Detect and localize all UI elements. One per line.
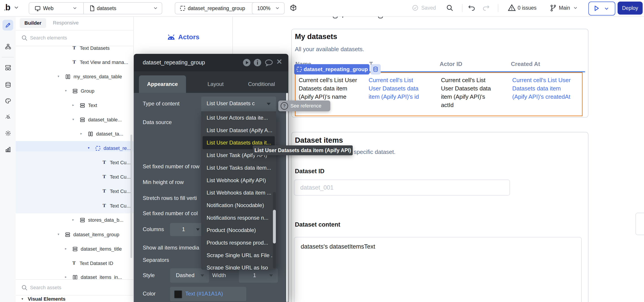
dropdown-option[interactable]: Notification (Nocodable) — [201, 199, 276, 211]
dropdown-option[interactable]: Notifications response n... — [201, 212, 276, 224]
visual-elements-section[interactable]: ▾ Visual Elements — [16, 295, 133, 302]
comment-icon[interactable] — [265, 59, 273, 67]
chart-icon[interactable] — [5, 146, 11, 153]
dataset-id-input[interactable] — [294, 180, 510, 196]
panel-scrollbar[interactable] — [286, 93, 288, 302]
issues-count[interactable]: 0 issues — [518, 5, 536, 11]
tab-responsive[interactable]: Responsive — [53, 20, 79, 26]
search-elements-input[interactable] — [30, 33, 127, 43]
chevron-right-icon[interactable]: ▸ — [72, 218, 74, 222]
redo-icon[interactable] — [482, 4, 490, 12]
monitor-icon — [34, 6, 41, 12]
styles-palette-icon[interactable] — [5, 98, 11, 104]
chevron-right-icon[interactable]: ▸ — [65, 247, 67, 251]
chevron-down-icon[interactable] — [14, 6, 18, 9]
tree-item[interactable]: T Text View and mana... — [16, 58, 133, 68]
page-name[interactable]: datasets — [97, 6, 116, 12]
tree-item[interactable]: ▾ dataset_items_group — [16, 230, 133, 240]
tree-item-selected[interactable]: ▾ dataset_re... — [16, 143, 133, 154]
property-editor-header[interactable]: dataset_repeating_group ✕ — [134, 54, 288, 71]
tree-item[interactable]: ▾ dataset_table... — [16, 115, 133, 125]
min-height-label: Min height of row — [143, 179, 201, 185]
dropdown-option[interactable]: Products response prod... — [201, 237, 276, 249]
cell-name-binding[interactable]: Current cell's List User Datasets data i… — [299, 76, 360, 101]
see-reference-button[interactable]: ? See reference — [278, 100, 330, 111]
chevron-right-icon[interactable]: ▸ — [80, 131, 82, 135]
search-assets-input[interactable] — [30, 283, 127, 292]
tree-item[interactable]: T Text Cu... — [16, 158, 133, 168]
data-source-badge[interactable] — [370, 64, 381, 74]
dropdown-option[interactable]: Product (Nocodable) — [201, 224, 276, 236]
tree-item[interactable]: T Text Datasets — [16, 46, 133, 53]
tab-appearance[interactable]: Appearance — [139, 75, 186, 93]
chevron-down-icon[interactable]: ▾ — [88, 146, 90, 150]
close-icon[interactable]: ✕ — [276, 57, 282, 66]
tree-item[interactable]: T Text Cu... — [16, 201, 133, 211]
dropdown-scrollbar-thumb[interactable] — [273, 210, 276, 243]
tree-item[interactable]: ▾ my_stores_data_table — [16, 72, 133, 82]
bubble-logo[interactable]: .b — [4, 3, 10, 12]
dropdown-option[interactable]: List Webhooks data item ... — [201, 187, 276, 199]
cell-createdat-binding[interactable]: Current cell's List User Datasets data i… — [512, 76, 574, 101]
tab-layout[interactable]: Layout — [196, 75, 234, 93]
separator-color-field[interactable]: Text (#1A1A1A) — [170, 287, 246, 301]
chevron-down-icon[interactable]: ▾ — [58, 74, 60, 78]
cell-id-binding[interactable]: Current cell's List User Datasets data i… — [368, 76, 425, 101]
settings-gear-icon[interactable] — [5, 130, 11, 136]
color-swatch[interactable] — [174, 290, 182, 298]
database-icon[interactable] — [5, 82, 11, 88]
branch-name[interactable]: Main — [559, 5, 570, 11]
play-icon[interactable] — [243, 59, 251, 67]
cell-actid-binding[interactable]: Current cell's List User Datasets data i… — [441, 76, 497, 109]
undo-icon[interactable] — [468, 4, 476, 12]
package-icon[interactable] — [290, 4, 297, 12]
tree-item[interactable]: ▸ dataset_items_title — [16, 244, 133, 254]
nav-actors[interactable]: Actors — [178, 33, 200, 41]
workflow-blocks-icon[interactable] — [5, 65, 11, 71]
tree-item[interactable]: ▸ dataset_ta... — [16, 129, 133, 139]
columns-input[interactable]: 1 — [170, 223, 204, 236]
tab-conditional[interactable]: Conditional — [239, 75, 284, 93]
tree-item[interactable]: T Text Cu... — [16, 187, 133, 197]
chevron-down-icon[interactable] — [154, 7, 157, 10]
tree-item[interactable]: T Text Cu... — [16, 172, 133, 182]
dropdown-option[interactable]: Scrape Single URL as Iso — [201, 262, 276, 270]
chevron-down-icon[interactable]: ▾ — [65, 89, 67, 93]
type-of-content-select[interactable]: List User Datasets c — [201, 96, 276, 111]
search-icon[interactable] — [446, 4, 454, 12]
separator-width-select[interactable]: 1 — [239, 268, 278, 283]
preview-run-button[interactable] — [588, 2, 615, 16]
chevron-right-icon[interactable]: ▸ — [65, 275, 67, 279]
chevron-down-icon[interactable] — [574, 7, 577, 9]
chevron-down-icon[interactable] — [73, 7, 77, 10]
sitemap-icon[interactable] — [5, 44, 11, 50]
plugins-plug-icon[interactable] — [5, 114, 11, 120]
tab-builder[interactable]: Builder — [20, 18, 46, 28]
tree-item[interactable]: ▸ Text — [16, 101, 133, 111]
selected-element-chip[interactable]: dataset_repeating_group — [294, 64, 370, 74]
dropdown-option[interactable]: List User Dataset (Apify A... — [201, 124, 276, 136]
dropdown-option[interactable]: List Webhook (Apify API) — [201, 174, 276, 187]
design-pencil-icon[interactable] — [5, 22, 11, 28]
chevron-right-icon[interactable]: ▸ — [72, 103, 74, 107]
device-label[interactable]: Web — [43, 6, 54, 12]
tree-item[interactable]: ▸ stores_data_b... — [16, 215, 133, 225]
deploy-button[interactable]: Deploy — [618, 2, 643, 15]
zoom-control[interactable]: 100% — [252, 2, 284, 14]
download-csv-button[interactable]: Download as CSV — [636, 213, 644, 235]
dropdown-option[interactable]: Scrape Single URL as File ... — [201, 249, 276, 261]
tree-item[interactable]: T Text Dataset ID — [16, 259, 133, 268]
info-icon[interactable] — [254, 59, 262, 67]
chevron-down-icon[interactable]: ▾ — [72, 117, 74, 121]
tree-scrollbar[interactable] — [130, 135, 132, 258]
dropdown-option[interactable]: List User Tasks data item... — [201, 162, 276, 174]
repeating-group-cell[interactable]: Current cell's List User Datasets data i… — [295, 72, 582, 116]
actors-robot-icon[interactable] — [166, 33, 176, 41]
dropdown-option[interactable]: List User Actors data ite... — [201, 112, 276, 124]
tree-item[interactable]: ▸ dataset_items_in... — [16, 273, 133, 279]
tree-item[interactable]: ▾ Group — [16, 86, 133, 96]
tree-item-label: Text Cu... — [110, 160, 131, 166]
chevron-down-icon[interactable]: ▾ — [58, 232, 60, 236]
chevron-down-icon[interactable] — [604, 8, 608, 10]
separator-style-select[interactable]: Dashed — [170, 268, 209, 283]
